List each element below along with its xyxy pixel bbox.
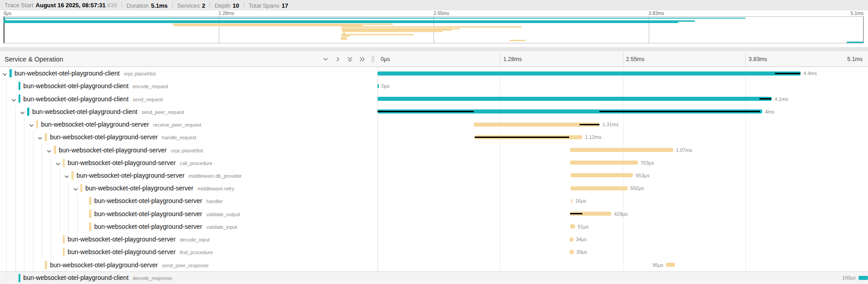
span-name-cell[interactable]: bun-websocket-otel-playground-serverhand… [94, 194, 223, 207]
span-duration-bar[interactable] [571, 186, 627, 190]
span-row[interactable]: bun-websocket-otel-playground-clientsend… [0, 92, 868, 105]
span-duration-bar[interactable] [570, 224, 575, 228]
tree-guide-line [15, 246, 16, 258]
span-name-cell[interactable]: bun-websocket-otel-playground-servervali… [94, 220, 237, 233]
critical-path-segment [760, 98, 772, 99]
span-duration-bar[interactable] [859, 276, 868, 280]
span-row[interactable]: bun-websocket-otel-playground-clientorpc… [0, 67, 868, 80]
span-color-bar [89, 197, 91, 205]
chevron-down-icon[interactable] [29, 122, 34, 130]
span-name-cell[interactable]: bun-websocket-otel-playground-serverorpc… [59, 143, 203, 156]
span-service-name: bun-websocket-otel-playground-server [94, 197, 202, 204]
tree-guide-line [33, 208, 33, 220]
span-duration-bar[interactable] [570, 148, 673, 152]
span-service-name: bun-websocket-otel-playground-client [32, 108, 137, 115]
span-name-cell[interactable]: bun-websocket-otel-playground-serverhand… [50, 131, 196, 143]
span-service-name: bun-websocket-otel-playground-server [68, 159, 176, 166]
chevron-down-icon[interactable] [20, 109, 25, 117]
chevron-down-icon[interactable] [73, 185, 78, 194]
span-duration-bar[interactable] [666, 263, 675, 267]
chevron-down-icon[interactable] [11, 96, 16, 104]
chevron-down-icon[interactable] [2, 71, 7, 79]
tree-guide-line [15, 182, 16, 194]
span-row[interactable]: bun-websocket-otel-playground-clientdeco… [0, 271, 868, 284]
span-duration-label: 1.31ms [602, 118, 618, 131]
span-name-cell[interactable]: bun-websocket-otel-playground-serversend… [50, 259, 208, 271]
span-duration-bar[interactable] [570, 237, 573, 241]
minimap-right-drag-handle-icon[interactable] [863, 17, 863, 43]
span-duration-bar[interactable] [570, 161, 638, 165]
span-service-name: bun-websocket-otel-playground-server [68, 236, 176, 243]
trace-start-label: Trace Start [5, 2, 33, 9]
chevron-down-icon[interactable] [56, 160, 61, 168]
span-row[interactable]: bun-websocket-otel-playground-servercall… [0, 156, 868, 169]
timeline-tick-label: 3.83ms [749, 51, 767, 67]
span-duration-bar[interactable] [570, 250, 573, 254]
minimap-scrubber[interactable] [3, 16, 864, 43]
trace-stat-label: Duration [127, 2, 149, 9]
span-row[interactable]: bun-websocket-otel-playground-servermidd… [0, 182, 868, 194]
tree-guide-line [6, 220, 7, 233]
column-resizer-handle[interactable] [372, 56, 375, 62]
span-name-cell[interactable]: bun-websocket-otel-playground-servermidd… [85, 182, 234, 194]
chevron-down-icon[interactable] [38, 134, 42, 142]
span-service-name: bun-websocket-otel-playground-server [68, 248, 176, 256]
span-row[interactable]: bun-websocket-otel-playground-servermidd… [0, 169, 868, 182]
span-duration-label: 100μs [842, 272, 856, 284]
span-name-cell[interactable]: bun-websocket-otel-playground-clientdeco… [24, 272, 172, 284]
chevron-down-icon[interactable] [47, 147, 52, 156]
span-name-cell[interactable]: bun-websocket-otel-playground-clientorpc… [14, 67, 156, 80]
tree-guide-line [24, 208, 24, 220]
tree-guide-line [33, 233, 33, 246]
tree-guide-line [15, 208, 16, 220]
trace-start-date: August 16 2025, 08:57:31 [36, 2, 106, 9]
span-row[interactable]: bun-websocket-otel-playground-serverfind… [0, 246, 868, 258]
trace-stat: Duration5.1ms [127, 2, 168, 9]
span-service-name: bun-websocket-otel-playground-server [76, 172, 184, 179]
span-row[interactable]: bun-websocket-otel-playground-serverdeco… [0, 233, 868, 246]
span-duration-bar[interactable] [377, 97, 772, 101]
span-row[interactable]: bun-websocket-otel-playground-servervali… [0, 220, 868, 233]
chevron-down-icon[interactable] [64, 173, 69, 181]
span-row[interactable]: bun-websocket-otel-playground-serverhand… [0, 131, 868, 143]
span-name-cell[interactable]: bun-websocket-otel-playground-serverrece… [41, 118, 201, 131]
span-duration-bar[interactable] [571, 173, 633, 177]
span-row[interactable]: bun-websocket-otel-playground-clientenco… [0, 80, 868, 92]
minimap-span-bar [174, 25, 363, 26]
span-row[interactable]: bun-websocket-otel-playground-serverhand… [0, 194, 868, 207]
span-name-cell[interactable]: bun-websocket-otel-playground-clientsend… [24, 92, 163, 105]
expand-one-icon[interactable] [334, 56, 341, 62]
trace-start-fraction: .839 [105, 2, 117, 9]
span-duration-bar[interactable] [377, 71, 801, 76]
timeline-tick-line [623, 51, 623, 67]
span-service-name: bun-websocket-otel-playground-client [24, 95, 129, 103]
span-row[interactable]: bun-websocket-otel-playground-serverrece… [0, 118, 868, 131]
tree-guide-line [15, 131, 16, 143]
tree-guide-line [15, 143, 16, 156]
span-name-cell[interactable]: bun-websocket-otel-playground-servervali… [94, 208, 240, 220]
span-name-cell[interactable]: bun-websocket-otel-playground-serverfind… [68, 246, 213, 258]
span-service-name: bun-websocket-otel-playground-client [14, 70, 120, 77]
span-duration-bar[interactable] [571, 199, 572, 203]
span-name-cell[interactable]: bun-websocket-otel-playground-clientsend… [32, 105, 184, 118]
span-duration-label: 34μs [576, 233, 587, 246]
span-duration-bar[interactable] [377, 84, 379, 88]
span-row[interactable]: bun-websocket-otel-playground-clientsend… [0, 105, 868, 118]
collapse-all-icon[interactable] [346, 56, 353, 62]
collapse-one-icon[interactable] [322, 56, 329, 62]
tree-guide-line [6, 169, 7, 182]
span-row[interactable]: bun-websocket-otel-playground-servervali… [0, 208, 868, 220]
trace-stat-value: 5.1ms [151, 2, 168, 9]
span-name-cell[interactable]: bun-websocket-otel-playground-clientenco… [24, 80, 169, 92]
expand-all-icon[interactable] [359, 56, 365, 62]
span-row[interactable]: bun-websocket-otel-playground-serverorpc… [0, 143, 868, 156]
tree-guide-line [51, 156, 51, 169]
tree-guide-line [60, 182, 60, 194]
span-name-cell[interactable]: bun-websocket-otel-playground-servermidd… [76, 169, 241, 182]
span-name-cell[interactable]: bun-websocket-otel-playground-servercall… [68, 156, 212, 169]
span-name-cell[interactable]: bun-websocket-otel-playground-serverdeco… [68, 233, 210, 246]
span-operation-name: send_peer_response [162, 263, 208, 268]
span-color-bar [45, 133, 47, 141]
span-row[interactable]: bun-websocket-otel-playground-serversend… [0, 259, 868, 271]
critical-path-segment [377, 111, 474, 112]
